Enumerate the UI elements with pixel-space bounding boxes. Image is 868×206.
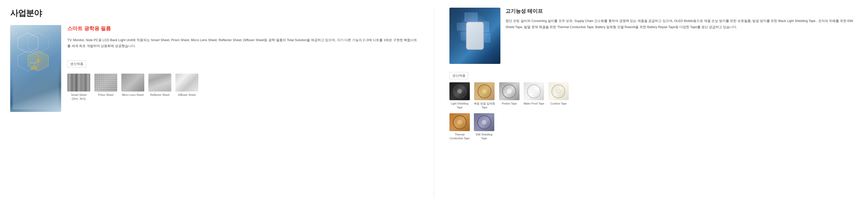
right-top: 고기능성 테이프 원단 코팅 설비와 Converting 설비를 모두 보유,… (450, 8, 858, 64)
page-container: 사업분야 (0, 0, 868, 206)
right-section-image (450, 8, 500, 64)
product-prism-sheet-label: Prism Sheet (98, 93, 114, 97)
right-text-area: 고기능성 테이프 원단 코팅 설비와 Converting 설비를 모두 보유,… (505, 8, 858, 64)
left-section-desc: TV, Monitor, Note PC용 LCD Back Light Uni… (67, 37, 418, 49)
right-image-placeholder (450, 8, 500, 64)
product-protect-tape: Protect Tape (499, 82, 520, 109)
product-multi-tape-img (474, 82, 495, 100)
product-cushion-tape-img (548, 82, 569, 100)
product-multi-tape-label: 복합 방열 일체형Tape (474, 102, 495, 109)
right-products-label: 생산제품 (450, 72, 468, 79)
left-text-area: 스마트 광학용 필름 TV, Monitor, Note PC용 LCD Bac… (67, 25, 418, 112)
product-thermal-tape-img (450, 113, 470, 131)
product-emi-tape-img (474, 113, 494, 131)
product-light-shielding-tape: Light ShieldingTape (450, 82, 470, 109)
product-micro-lens-sheet: Micro Lens Sheet (121, 74, 144, 101)
product-waterproof-tape-label: Water Proof Tape (524, 102, 544, 106)
product-diffuser-sheet-img (175, 74, 198, 92)
svg-rect-10 (465, 13, 477, 22)
product-reflector-sheet-label: Reflector Sheet (150, 93, 169, 97)
product-emi-tape-label: EMI ShieldingTape (476, 133, 493, 140)
product-reflector-sheet: Reflector Sheet (148, 74, 171, 101)
left-image-placeholder: 180 pts (10, 25, 61, 112)
product-emi-tape: EMI ShieldingTape (474, 113, 494, 140)
left-products-row: Smart Sheet(2in1, 3in1) Prism Sheet (67, 74, 418, 101)
product-prism-sheet-img (94, 74, 117, 92)
product-micro-lens-sheet-img (121, 74, 144, 92)
product-waterproof-tape-img (524, 82, 544, 100)
product-smart-sheet-label: Smart Sheet(2in1, 3in1) (71, 93, 86, 101)
product-thermal-tape-label: ThermalConductive Tape (450, 133, 470, 140)
left-section-title: 스마트 광학용 필름 (67, 25, 418, 32)
product-waterproof-tape: Water Proof Tape (524, 82, 544, 109)
product-diffuser-sheet-label: Diffuser Sheet (178, 93, 196, 97)
product-light-shielding-tape-label: Light ShieldingTape (451, 102, 469, 109)
svg-rect-11 (457, 23, 467, 30)
product-light-shielding-tape-img (450, 82, 470, 100)
right-section-title: 고기능성 테이프 (505, 8, 858, 15)
phone-shape (466, 22, 484, 50)
product-reflector-sheet-img (148, 74, 171, 92)
left-content: 180 pts 스마트 광학용 필름 TV, Monitor, Note PC용… (10, 25, 418, 112)
product-micro-lens-sheet-label: Micro Lens Sheet (122, 93, 144, 97)
right-products-area: 생산제품 Light ShieldingTape (450, 72, 858, 140)
product-diffuser-sheet: Diffuser Sheet (175, 74, 198, 101)
product-smart-sheet: Smart Sheet(2in1, 3in1) (67, 74, 90, 101)
product-prism-sheet: Prism Sheet (94, 74, 117, 101)
product-cushion-tape: Cushion Tape (548, 82, 569, 109)
right-section-desc: 원단 코팅 설비와 Converting 설비를 모두 보유, Supply C… (505, 18, 858, 30)
product-protect-tape-label: Protect Tape (502, 102, 517, 106)
left-section-image: 180 pts (10, 25, 61, 112)
product-multi-tape: 복합 방열 일체형Tape (474, 82, 495, 109)
product-smart-sheet-img (67, 74, 90, 92)
right-section: 고기능성 테이프 원단 코팅 설비와 Converting 설비를 모두 보유,… (450, 8, 858, 198)
right-products-grid: Light ShieldingTape 복합 방열 일체형Tape (450, 82, 858, 140)
product-thermal-tape: ThermalConductive Tape (450, 113, 470, 140)
page-title: 사업분야 (10, 8, 418, 19)
left-section: 사업분야 (10, 8, 418, 198)
left-products-label: 생산제품 (67, 60, 86, 68)
right-products-row-1: Light ShieldingTape 복합 방열 일체형Tape (450, 82, 858, 109)
product-cushion-tape-label: Cushion Tape (550, 102, 567, 106)
right-products-row-2: ThermalConductive Tape EMI ShieldingTape (450, 113, 858, 140)
product-protect-tape-img (499, 82, 520, 100)
